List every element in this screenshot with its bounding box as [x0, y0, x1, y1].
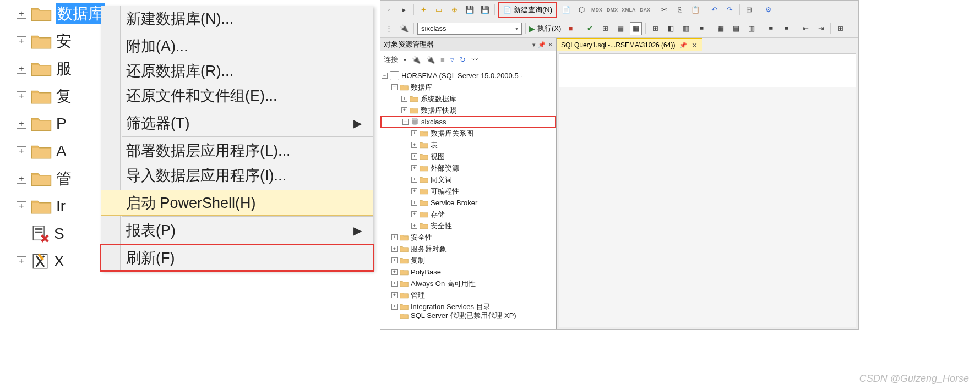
dax-icon[interactable]: DAX	[639, 3, 651, 17]
expand-icon[interactable]: +	[17, 9, 26, 19]
execute-button[interactable]: ▶ 执行(X)	[529, 24, 561, 34]
menu-start-powershell[interactable]: 启动 PowerShell(H)	[101, 190, 373, 215]
menu-filter[interactable]: 筛选器(T)▶	[101, 111, 373, 135]
stop-icon[interactable]: ■	[564, 22, 576, 35]
expand-icon[interactable]	[411, 223, 417, 229]
expand-icon[interactable]	[411, 211, 417, 217]
expand-icon[interactable]	[391, 246, 398, 252]
plan-icon[interactable]: ⊞	[599, 22, 611, 35]
uncomment-icon[interactable]: ≡	[780, 22, 792, 35]
expand-icon[interactable]: +	[17, 119, 26, 129]
menu-deploy-dac[interactable]: 部署数据层应用程序(L)...	[101, 138, 373, 163]
expand-icon[interactable]	[411, 177, 417, 183]
new-project-icon[interactable]: ✦	[417, 3, 429, 17]
expand-icon[interactable]	[391, 281, 398, 287]
menu-import-dac[interactable]: 导入数据层应用程序(I)...	[101, 163, 373, 188]
menu-restore-db[interactable]: 还原数据库(R)...	[101, 58, 373, 83]
tree-node[interactable]: 可编程性	[380, 185, 556, 197]
include-icon[interactable]: ⊞	[649, 22, 661, 35]
filter-icon[interactable]: ▿	[450, 56, 454, 64]
cube-icon[interactable]: ⬡	[575, 3, 587, 17]
expand-icon[interactable]	[391, 257, 398, 263]
expand-icon[interactable]: +	[17, 91, 26, 101]
refresh-icon[interactable]: ↻	[460, 56, 466, 64]
stop-icon[interactable]: ■	[440, 56, 445, 64]
cut-icon[interactable]: ✂	[658, 3, 671, 17]
connect-label[interactable]: 连接	[384, 54, 398, 64]
mdx-icon[interactable]: MDX	[591, 3, 603, 17]
expand-icon[interactable]	[411, 130, 417, 136]
sixclass-db-node[interactable]: sixclass	[380, 116, 556, 128]
parse-icon[interactable]: ✔	[584, 22, 596, 35]
expand-icon[interactable]: +	[17, 201, 26, 211]
expand-icon[interactable]	[391, 269, 398, 275]
activity-icon[interactable]: 〰	[471, 56, 478, 64]
results-grid-icon[interactable]: ▦	[630, 22, 642, 35]
tree-node[interactable]: 数据库快照	[380, 105, 556, 116]
results-text-icon[interactable]: ≡	[695, 22, 707, 35]
paste-icon[interactable]: 📋	[689, 3, 701, 17]
expand-icon[interactable]	[391, 292, 398, 298]
comment-icon[interactable]: ≡	[765, 22, 777, 35]
expand-icon[interactable]	[391, 304, 398, 310]
editor-tab[interactable]: SQLQuery1.sql -...RSEMA\31026 (64)) 📌 ✕	[557, 38, 702, 51]
tree-node[interactable]: 存储	[380, 208, 556, 220]
menu-attach[interactable]: 附加(A)...	[101, 34, 373, 58]
pin-icon[interactable]: 📌	[679, 42, 687, 49]
collapse-icon[interactable]	[402, 119, 409, 125]
menu-new-database[interactable]: 新建数据库(N)...	[101, 6, 373, 31]
expand-icon[interactable]: +	[17, 36, 26, 46]
close-icon[interactable]: ✕	[692, 41, 698, 50]
disconnect-all-icon[interactable]: 🔌	[426, 56, 435, 64]
properties-icon[interactable]: ⊞	[743, 3, 755, 17]
expand-icon[interactable]	[411, 165, 417, 171]
expand-icon[interactable]: +	[17, 256, 26, 266]
copy-icon[interactable]: ⎘	[674, 3, 686, 17]
menu-refresh[interactable]: 刷新(F)	[101, 245, 373, 270]
file-icon[interactable]: ▥	[745, 22, 758, 35]
indent-icon[interactable]: ⇤	[799, 22, 812, 35]
expand-icon[interactable]: +	[17, 64, 26, 74]
menu-reports[interactable]: 报表(P)▶	[101, 218, 373, 243]
expand-icon[interactable]	[401, 107, 407, 113]
tree-node[interactable]: Service Broker	[380, 197, 556, 208]
results-icon[interactable]: ▤	[614, 22, 627, 35]
tree-node[interactable]: Integration Services 目录	[380, 301, 556, 312]
tool-icon[interactable]: ⚙	[763, 3, 775, 17]
save-icon[interactable]: 💾	[464, 3, 476, 17]
tree-node[interactable]: 管理	[380, 289, 556, 301]
expand-icon[interactable]	[391, 234, 398, 240]
stats-icon[interactable]: ◧	[665, 22, 677, 35]
change-conn-icon[interactable]: 🔌	[398, 22, 410, 35]
tree-node[interactable]: 系统数据库	[380, 93, 556, 105]
tree-node[interactable]: Always On 高可用性	[380, 278, 556, 289]
xmla-icon[interactable]: XMLA	[622, 3, 636, 17]
sql-agent-node[interactable]: SQL Server 代理(已禁用代理 XP)	[380, 312, 556, 319]
expand-icon[interactable]	[411, 188, 417, 194]
collapse-icon[interactable]	[391, 84, 398, 90]
specify-icon[interactable]: ⊞	[834, 22, 846, 35]
redo-icon[interactable]: ↷	[724, 3, 736, 17]
databases-node[interactable]: 数据库	[380, 81, 556, 93]
tree-node[interactable]: 安全性	[380, 232, 556, 243]
tree-node[interactable]: 同义词	[380, 174, 556, 185]
expand-icon[interactable]: +	[17, 174, 26, 184]
server-node[interactable]: HORSEMA (SQL Server 15.0.2000.5 -	[380, 70, 556, 81]
grid-icon[interactable]: ▦	[715, 22, 727, 35]
query-icon[interactable]: 📄	[560, 3, 572, 17]
database-combo[interactable]: sixclass ▾	[417, 23, 522, 35]
tree-node[interactable]: 复制	[380, 255, 556, 266]
text-icon[interactable]: ▤	[730, 22, 742, 35]
pin-icon[interactable]: 📌	[538, 41, 546, 48]
expand-icon[interactable]	[411, 200, 417, 206]
new-query-button[interactable]: 📄 新建查询(N)	[498, 2, 557, 18]
tree-node[interactable]: 外部资源	[380, 162, 556, 174]
add-icon[interactable]: ⊕	[448, 3, 460, 17]
expand-icon[interactable]	[401, 96, 407, 102]
expand-icon[interactable]	[411, 153, 417, 160]
expand-icon[interactable]: +	[17, 146, 26, 156]
undo-icon[interactable]: ↶	[709, 3, 721, 17]
disconnect-icon[interactable]: 🔌	[412, 56, 421, 64]
dropdown-icon[interactable]: ▾	[532, 41, 536, 48]
collapse-icon[interactable]	[382, 73, 388, 79]
